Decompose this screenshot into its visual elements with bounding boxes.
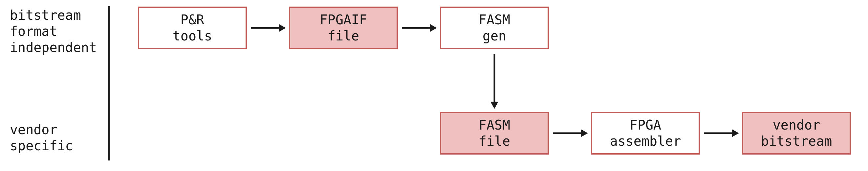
node-fpga-assembler: FPGA assembler — [591, 112, 700, 154]
node-vendor-bitstream: vendor bitstream — [742, 112, 851, 154]
node-fpgaif-file: FPGAIF file — [289, 7, 398, 49]
row-label-vendor-specific: vendor specific — [10, 122, 73, 154]
node-fasm-gen: FASM gen — [440, 7, 549, 49]
svg-marker-7 — [581, 130, 588, 137]
row-divider — [108, 6, 110, 161]
node-pr-tools: P&R tools — [138, 7, 247, 49]
svg-marker-3 — [430, 24, 437, 32]
node-label: FPGA assembler — [610, 117, 681, 149]
arrow-right-icon — [400, 23, 438, 33]
node-label: FASM file — [479, 117, 510, 149]
node-label: FASM gen — [479, 12, 510, 44]
node-fasm-file: FASM file — [440, 112, 549, 154]
svg-marker-9 — [732, 130, 739, 137]
arrow-right-icon — [551, 128, 589, 138]
node-label: vendor bitstream — [761, 117, 832, 149]
node-label: FPGAIF file — [320, 12, 367, 44]
svg-marker-5 — [491, 102, 498, 109]
diagram-stage: bitstream format independent vendor spec… — [0, 0, 868, 171]
arrow-right-icon — [702, 128, 740, 138]
arrow-right-icon — [249, 23, 287, 33]
node-label: P&R tools — [173, 12, 212, 44]
arrow-down-icon — [490, 52, 499, 110]
row-label-independent: bitstream format independent — [10, 7, 97, 55]
svg-marker-1 — [279, 24, 286, 32]
